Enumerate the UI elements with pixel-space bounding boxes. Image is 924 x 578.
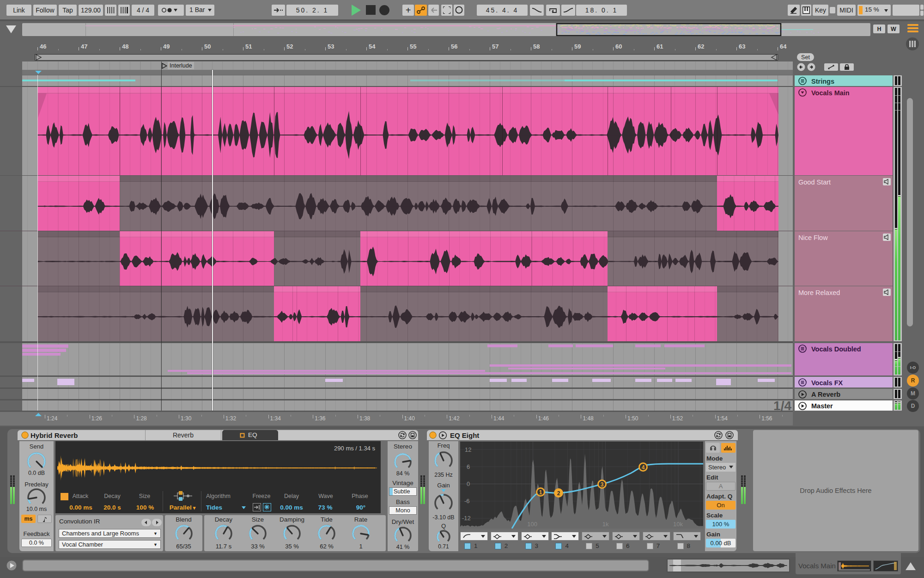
take-region[interactable] [37, 176, 778, 231]
re-enable-automation-button[interactable] [428, 5, 439, 16]
knob-damping[interactable] [282, 523, 302, 544]
predelay-sync-button[interactable] [37, 515, 52, 523]
track-header-good-start[interactable]: Good Start [795, 176, 893, 231]
scale-field[interactable]: 100 % [706, 520, 736, 529]
overload-indicator[interactable] [893, 5, 919, 16]
band-enable-checkbox[interactable] [586, 543, 592, 549]
mixer-section-toggle-r[interactable]: R [907, 375, 919, 387]
knob-decay[interactable] [213, 523, 234, 544]
band-type-select[interactable] [612, 532, 640, 541]
draw-mode-button[interactable] [788, 5, 800, 16]
gain-out-field[interactable]: 0.00 dB [706, 539, 736, 547]
eq-eight-title-bar[interactable]: EQ Eight [427, 430, 738, 440]
fx-clip-bar[interactable] [675, 379, 692, 382]
tab-eq[interactable]: EQ [222, 430, 278, 440]
track-header-a-reverb[interactable]: A Reverb [795, 389, 893, 399]
track-header-vocals-fx[interactable]: Vocals FX [795, 377, 893, 387]
nudge-down-button[interactable] [105, 5, 116, 16]
lane-audition-button[interactable] [883, 234, 891, 241]
ir-prev-next[interactable] [141, 519, 162, 526]
hybrid-reverb-title-bar[interactable]: Hybrid ReverbReverbEQ [18, 430, 418, 440]
take-region[interactable] [37, 231, 778, 286]
fx-clip-bar[interactable] [552, 379, 568, 382]
disk-overload-bottom[interactable] [920, 11, 924, 16]
track-header-nice-flow[interactable]: Nice Flow [795, 231, 893, 286]
fx-clip-bar[interactable] [57, 379, 74, 385]
stereo-knob[interactable] [393, 452, 413, 472]
strings-clip[interactable] [565, 80, 778, 81]
arrangement-position-field[interactable]: 50. 2. 1 [286, 5, 338, 16]
edit-ab-button[interactable]: A [706, 482, 736, 491]
info-field[interactable] [22, 560, 649, 572]
punch-out-button[interactable] [561, 5, 575, 16]
loop-length-field[interactable]: 18. 0. 1 [576, 5, 627, 16]
disk-overload-top[interactable] [920, 5, 924, 10]
band-type-select[interactable] [551, 532, 579, 541]
doubled-clip-bar[interactable] [576, 344, 613, 347]
track-content-strings[interactable] [22, 75, 793, 86]
lane-content-nice-flow[interactable] [22, 231, 793, 286]
band-enable-checkbox[interactable] [555, 543, 562, 549]
knob-size[interactable] [248, 523, 268, 544]
track-content-vocals-doubled[interactable] [22, 343, 793, 375]
doubled-clip-bar[interactable] [22, 349, 66, 352]
freeze-in-button[interactable] [253, 503, 261, 511]
analyzer-button[interactable] [721, 443, 736, 453]
doubled-clip-bar[interactable] [490, 364, 791, 367]
gain-knob[interactable] [433, 492, 454, 514]
fx-clip-bar[interactable] [490, 379, 507, 382]
arrangement-follow-button[interactable] [272, 5, 285, 16]
routing-value[interactable]: Parallel ▾ [152, 504, 213, 511]
ir-file-select[interactable]: Vocal Chamber▼ [59, 540, 161, 549]
knob-rate[interactable] [351, 523, 371, 544]
fx-clip-bar[interactable] [22, 379, 34, 382]
knob-blend[interactable] [174, 523, 194, 544]
drywet-knob[interactable] [393, 525, 413, 546]
band-type-select[interactable] [491, 532, 518, 541]
send-knob[interactable] [26, 451, 47, 472]
fx-clip-bar[interactable] [635, 379, 651, 382]
toggle-device-view-button[interactable] [904, 560, 918, 572]
band-enable-checkbox[interactable] [677, 543, 684, 549]
track-content-vocals-fx[interactable] [22, 377, 793, 387]
strings-clip[interactable] [22, 80, 135, 81]
doubled-clip-bar[interactable] [508, 368, 665, 369]
knob-tide[interactable] [316, 523, 337, 544]
hot-swap-icon[interactable] [714, 431, 723, 439]
device-on-led[interactable] [429, 431, 437, 439]
band-type-select[interactable] [521, 532, 549, 541]
band-enable-checkbox[interactable] [495, 543, 501, 549]
q-knob[interactable] [435, 529, 452, 545]
vertical-scrollbar[interactable] [907, 98, 913, 326]
follow-button[interactable]: Follow [33, 5, 57, 16]
track-content-vocals-main[interactable] [22, 87, 793, 175]
session-record-button[interactable] [454, 5, 464, 16]
save-preset-icon[interactable] [408, 431, 417, 439]
metronome-button[interactable] [158, 5, 184, 16]
tempo-field[interactable]: 129.00 [79, 5, 103, 16]
nudge-up-button[interactable] [118, 5, 130, 16]
track-header-vocals-main[interactable]: Vocals Main [795, 87, 893, 175]
band-enable-checkbox[interactable] [616, 543, 623, 549]
play-button[interactable] [351, 4, 362, 17]
band-type-select[interactable] [460, 532, 488, 541]
ir-category-select[interactable]: Chambers and Large Rooms▼ [59, 529, 161, 538]
fx-clip-bar[interactable] [657, 379, 672, 382]
band-enable-checkbox[interactable] [525, 543, 532, 549]
track-header-master[interactable]: Master [795, 400, 893, 411]
track-content-master[interactable] [22, 400, 793, 411]
track-header-strings[interactable]: Strings [795, 75, 893, 86]
fx-clip-bar[interactable] [511, 379, 527, 382]
fx-clip-bar[interactable] [592, 379, 611, 382]
doubled-clip-bar[interactable] [187, 372, 791, 374]
hot-swap-icon[interactable] [398, 431, 407, 439]
band-type-select[interactable] [673, 532, 701, 541]
lane-content-good-start[interactable] [22, 176, 793, 231]
vocals-main-clip[interactable] [37, 87, 778, 175]
quantize-menu[interactable]: 1 Bar [186, 5, 214, 16]
band-enable-checkbox[interactable] [647, 543, 653, 549]
feedback-field[interactable]: 0.0 % [21, 539, 52, 547]
doubled-clip-bar[interactable] [168, 370, 485, 372]
band-type-select[interactable] [643, 532, 670, 541]
stop-button[interactable] [365, 5, 376, 15]
